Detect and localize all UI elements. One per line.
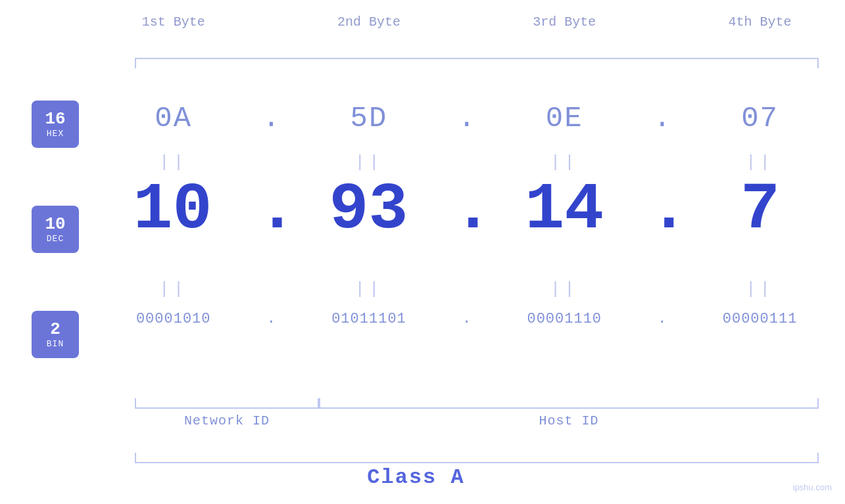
eq2-4: || bbox=[675, 279, 845, 299]
hex-val-4: 07 bbox=[675, 102, 845, 135]
col-header-2: 2nd Byte bbox=[284, 14, 454, 30]
equals-row-1: || || || || bbox=[0, 152, 845, 172]
dec-dot-3: . bbox=[649, 177, 675, 243]
dec-val-1: 10 bbox=[88, 177, 258, 243]
dec-dot-2: . bbox=[453, 177, 479, 243]
col-header-4: 4th Byte bbox=[675, 14, 845, 30]
hex-dot-3: . bbox=[650, 102, 675, 135]
host-id-bracket bbox=[319, 398, 819, 409]
eq1-1: || bbox=[88, 152, 258, 172]
hex-val-3: 0E bbox=[479, 102, 650, 135]
network-id-label: Network ID bbox=[135, 413, 319, 428]
eq2-1: || bbox=[88, 279, 258, 299]
eq2-3: || bbox=[479, 279, 650, 299]
page: 16 HEX 10 DEC 2 BIN 1st Byte 2nd Byte 3r… bbox=[0, 0, 845, 504]
eq1-3: || bbox=[479, 152, 650, 172]
hex-row: 0A . 5D . 0E . 07 bbox=[0, 102, 845, 135]
bin-dot-1: . bbox=[258, 311, 283, 327]
equals-row-2: || || || || bbox=[0, 279, 845, 299]
eq1-2: || bbox=[284, 152, 454, 172]
host-id-label: Host ID bbox=[319, 413, 819, 428]
network-id-bracket bbox=[135, 398, 319, 409]
hex-val-1: 0A bbox=[88, 102, 258, 135]
bin-val-2: 01011101 bbox=[284, 311, 454, 327]
eq2-2: || bbox=[284, 279, 454, 299]
hex-dot-2: . bbox=[454, 102, 479, 135]
hex-dot-1: . bbox=[258, 102, 283, 135]
class-label: Class A bbox=[0, 465, 832, 490]
bin-dot-2: . bbox=[454, 311, 479, 327]
dec-row: 10 . 93 . 14 . 7 bbox=[0, 177, 845, 243]
dec-dot-1: . bbox=[258, 177, 284, 243]
top-bracket bbox=[135, 58, 819, 68]
dec-val-3: 14 bbox=[479, 177, 649, 243]
bin-row: 00001010 . 01011101 . 00001110 . 0000011… bbox=[0, 311, 845, 327]
col-header-1: 1st Byte bbox=[88, 14, 258, 30]
dec-val-4: 7 bbox=[675, 177, 845, 243]
hex-val-2: 5D bbox=[284, 102, 454, 135]
bin-val-3: 00001110 bbox=[479, 311, 650, 327]
col-header-3: 3rd Byte bbox=[479, 14, 650, 30]
column-headers: 1st Byte 2nd Byte 3rd Byte 4th Byte bbox=[0, 14, 845, 30]
bin-dot-3: . bbox=[650, 311, 675, 327]
eq1-4: || bbox=[675, 152, 845, 172]
watermark: ipshu.com bbox=[793, 482, 832, 492]
class-bracket bbox=[135, 453, 819, 463]
dec-val-2: 93 bbox=[284, 177, 454, 243]
bin-val-1: 00001010 bbox=[88, 311, 258, 327]
bin-val-4: 00000111 bbox=[675, 311, 845, 327]
bin-badge-label: BIN bbox=[47, 339, 64, 349]
